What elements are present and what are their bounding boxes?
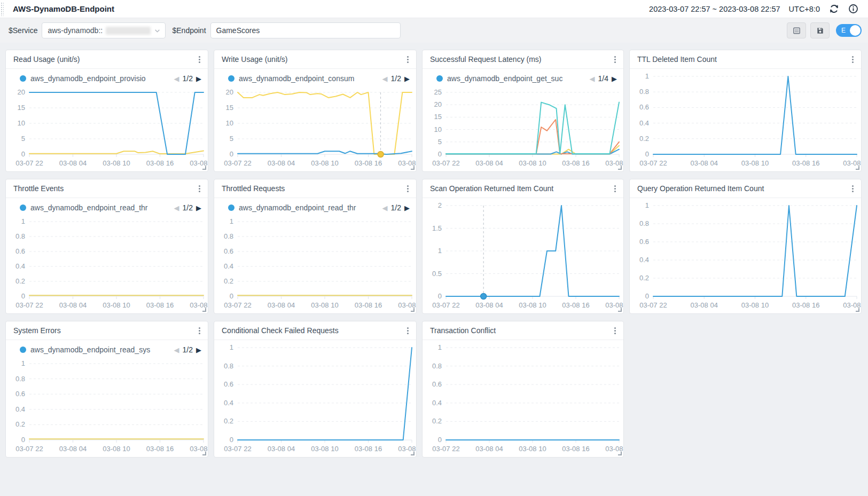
- kebab-menu-icon[interactable]: [198, 54, 201, 65]
- legend-pager: ◀1/2▶: [382, 74, 410, 83]
- legend-next-icon[interactable]: ▶: [612, 75, 617, 83]
- svg-text:0.2: 0.2: [15, 277, 25, 285]
- svg-text:03-07 22: 03-07 22: [432, 159, 459, 167]
- legend-prev-icon[interactable]: ◀: [174, 75, 179, 83]
- panel-resize-handle[interactable]: [202, 452, 206, 455]
- svg-text:0.2: 0.2: [15, 420, 25, 428]
- legend-next-icon[interactable]: ▶: [196, 75, 201, 83]
- legend-series-label[interactable]: aws_dynamodb_endpoint_read_thr: [30, 203, 171, 212]
- svg-text:10: 10: [226, 119, 233, 127]
- svg-text:03-07 22: 03-07 22: [224, 445, 251, 453]
- kebab-menu-icon[interactable]: [406, 325, 410, 336]
- grid-lines: [238, 348, 412, 443]
- panel-resize-handle[interactable]: [618, 166, 622, 170]
- svg-text:03-08 10: 03-08 10: [311, 159, 338, 167]
- svg-text:03-08 10: 03-08 10: [741, 159, 769, 167]
- legend-prev-icon[interactable]: ◀: [382, 75, 388, 83]
- endpoint-input[interactable]: [210, 22, 401, 38]
- svg-text:0.6: 0.6: [224, 247, 233, 255]
- panel-resize-handle[interactable]: [411, 452, 415, 455]
- legend-next-icon[interactable]: ▶: [404, 204, 410, 212]
- kebab-menu-icon[interactable]: [613, 183, 617, 194]
- legend-next-icon[interactable]: ▶: [404, 75, 410, 83]
- kebab-menu-icon[interactable]: [198, 183, 201, 194]
- legend-pager: ◀1/2▶: [174, 203, 201, 212]
- kebab-menu-icon[interactable]: [851, 183, 855, 194]
- legend-page-indicator: 1/4: [598, 74, 608, 83]
- legend-series-dot[interactable]: [20, 75, 26, 82]
- panel-resize-handle[interactable]: [618, 308, 622, 312]
- panel-resize-handle[interactable]: [411, 308, 415, 312]
- legend-series-dot[interactable]: [228, 75, 234, 82]
- toggle-knob: [850, 25, 861, 36]
- panel-resize-handle[interactable]: [618, 452, 622, 455]
- kebab-menu-icon[interactable]: [851, 54, 855, 65]
- panel-resize-handle[interactable]: [411, 166, 415, 170]
- legend-series-dot[interactable]: [20, 204, 26, 211]
- svg-text:0: 0: [21, 292, 25, 300]
- panel-resize-handle[interactable]: [856, 166, 859, 170]
- save-button[interactable]: [810, 22, 830, 38]
- svg-text:03-07 22: 03-07 22: [15, 159, 43, 167]
- sidebar-drag-handle-icon[interactable]: [1, 2, 4, 16]
- chart-panel-throttle-events: Throttle Eventsaws_dynamodb_endpoint_rea…: [5, 179, 208, 314]
- table-view-button[interactable]: [787, 22, 806, 38]
- panel-resize-handle[interactable]: [202, 166, 206, 170]
- panel-resize-handle[interactable]: [856, 308, 859, 312]
- timezone-label[interactable]: UTC+8:0: [789, 5, 820, 13]
- info-icon[interactable]: [848, 4, 858, 14]
- panel-resize-handle[interactable]: [202, 308, 206, 312]
- kebab-menu-icon[interactable]: [406, 54, 410, 65]
- svg-text:03-08 04: 03-08 04: [475, 445, 503, 453]
- legend-next-icon[interactable]: ▶: [196, 346, 201, 354]
- service-select[interactable]: aws-dynamodb::: [42, 22, 166, 38]
- legend-prev-icon[interactable]: ◀: [174, 204, 179, 212]
- edit-mode-toggle[interactable]: E: [836, 24, 862, 37]
- legend-prev-icon[interactable]: ◀: [174, 346, 179, 354]
- legend-series-dot[interactable]: [436, 75, 443, 82]
- svg-text:03-08 04: 03-08 04: [691, 159, 718, 167]
- legend-row: aws_dynamodb_endpoint_read_sys◀1/2▶: [6, 340, 208, 356]
- svg-text:03-07 22: 03-07 22: [639, 159, 667, 167]
- legend-pager: ◀1/2▶: [382, 203, 410, 212]
- kebab-menu-icon[interactable]: [406, 183, 410, 194]
- panel-title: System Errors: [13, 326, 61, 335]
- svg-text:03-08 10: 03-08 10: [741, 301, 769, 309]
- svg-text:2: 2: [438, 201, 442, 209]
- hover-point-marker: [378, 152, 384, 158]
- svg-text:0.4: 0.4: [639, 119, 649, 127]
- legend-series-label[interactable]: aws_dynamodb_endpoint_consum: [239, 74, 379, 83]
- legend-series-label[interactable]: aws_dynamodb_endpoint_read_sys: [30, 345, 171, 354]
- legend-series-label[interactable]: aws_dynamodb_endpoint_get_suc: [447, 74, 587, 83]
- kebab-menu-icon[interactable]: [613, 54, 617, 65]
- svg-text:03-08 04: 03-08 04: [268, 445, 295, 453]
- chart-panel-query-operation-returned-item-count: Query Operation Returned Item Count10.80…: [629, 179, 862, 314]
- svg-text:1: 1: [230, 343, 233, 351]
- grid-lines: [29, 92, 204, 157]
- kebab-menu-icon[interactable]: [613, 325, 617, 336]
- panel-header: System Errors: [6, 321, 208, 340]
- svg-text:5: 5: [230, 135, 233, 143]
- kebab-menu-icon[interactable]: [198, 325, 201, 336]
- legend-next-icon[interactable]: ▶: [196, 204, 201, 212]
- panel-title: Transaction Conflict: [430, 326, 496, 335]
- legend-prev-icon[interactable]: ◀: [590, 75, 595, 83]
- svg-text:03-08 16: 03-08 16: [792, 301, 819, 309]
- legend-prev-icon[interactable]: ◀: [382, 204, 388, 212]
- chart-canvas: 10.80.60.40.2003-07 2203-08 0403-08 1003…: [214, 340, 416, 457]
- legend-series-dot[interactable]: [20, 347, 26, 353]
- svg-text:1: 1: [438, 247, 442, 255]
- legend-page-indicator: 1/2: [391, 74, 401, 83]
- legend-row: aws_dynamodb_endpoint_read_thr◀1/2▶: [6, 198, 208, 214]
- svg-text:25: 25: [434, 88, 442, 96]
- panel-header: Scan Operation Returned Item Count: [423, 179, 623, 198]
- grid-lines: [29, 222, 204, 299]
- svg-text:0.4: 0.4: [15, 405, 25, 413]
- legend-series-label[interactable]: aws_dynamodb_endpoint_provisio: [30, 74, 171, 83]
- legend-series-dot[interactable]: [228, 204, 234, 211]
- axis-labels: 2015105003-07 2203-08 0403-08 1003-08 16…: [15, 88, 208, 167]
- svg-text:03-07 22: 03-07 22: [224, 159, 251, 167]
- time-range-picker[interactable]: 2023-03-07 22:57 ~ 2023-03-08 22:57: [649, 5, 780, 13]
- refresh-icon[interactable]: [828, 4, 839, 14]
- legend-series-label[interactable]: aws_dynamodb_endpoint_read_thr: [239, 203, 379, 212]
